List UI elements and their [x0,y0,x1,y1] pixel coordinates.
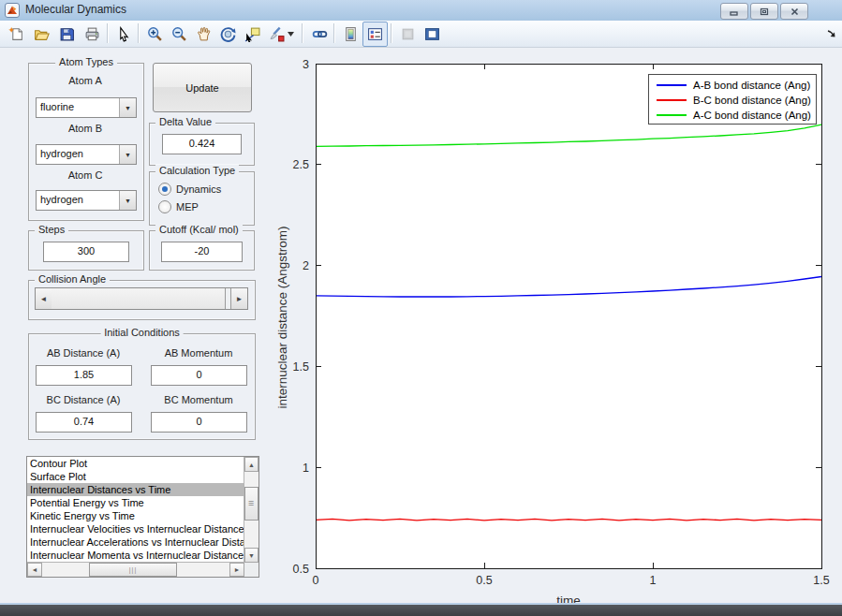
initial-conditions-title: Initial Conditions [100,327,184,338]
x-tick-label: 1.5 [813,574,829,587]
legend-entry: B-C bond distance (Ang) [649,93,816,108]
listbox-vertical-scrollbar[interactable]: ▲ ☰ ▼ [244,457,259,563]
list-item[interactable]: Internuclear Velocities vs Internuclear … [27,522,244,535]
listbox-horizontal-scrollbar[interactable]: ◄ ||| ► [27,562,244,577]
radio-icon[interactable] [158,200,171,213]
list-item[interactable]: Internuclear Distances vs Time [27,483,244,496]
pointer-icon[interactable] [111,22,137,47]
link-plot-icon[interactable] [307,22,332,47]
toolbar-separator [302,23,303,43]
slider-left-arrow-icon[interactable]: ◄ [36,288,52,309]
ab-distance-field[interactable]: 1.85 [36,365,132,386]
list-item[interactable]: Internuclear Momenta vs Internuclear Dis… [27,549,244,562]
ab-momentum-label: AB Momentum [165,347,233,359]
bc-distance-label: BC Distance (A) [47,394,121,405]
radio-icon[interactable] [158,183,171,196]
collision-angle-slider[interactable]: ◄ ► [35,287,248,310]
save-figure-icon[interactable] [54,22,80,47]
y-tick-label: 2.5 [293,158,309,171]
maximize-button[interactable] [750,3,778,20]
atom-c-dropdown[interactable]: hydrogen ▼ [36,190,137,211]
list-item[interactable]: Contour Plot [27,457,244,470]
pan-icon[interactable] [191,22,216,47]
update-button[interactable]: Update [153,63,252,112]
print-figure-icon[interactable] [80,22,105,47]
atom-c-label: Atom C [68,169,103,181]
cutoff-field[interactable]: -20 [161,242,243,262]
toolbar-separator [138,23,139,43]
chevron-down-icon[interactable]: ▼ [119,191,136,210]
slider-thumb[interactable] [52,288,226,309]
zoom-in-icon[interactable] [142,22,168,47]
plot-legend[interactable]: A-B bond distance (Ang) B-C bond distanc… [648,74,817,125]
atom-a-value: fluorine [40,101,74,112]
y-tick-label: 0.5 [293,563,309,576]
new-figure-icon[interactable] [4,22,29,47]
dock-figure-arrow-icon[interactable] [826,28,837,39]
atom-a-dropdown[interactable]: fluorine ▼ [36,97,137,118]
y-tick-label: 1 [303,462,309,475]
data-cursor-icon[interactable] [240,22,265,47]
plot-type-list[interactable]: Contour PlotSurface PlotInternuclear Dis… [27,457,244,563]
collision-angle-title: Collision Angle [35,273,110,285]
delta-value-field[interactable]: 0.424 [162,134,242,154]
axes-frame [316,64,821,568]
x-tick-label: 0 [313,574,319,587]
horizontal-scroll-thumb[interactable]: ||| [89,563,177,577]
legend-entry: A-C bond distance (Ang) [649,108,816,123]
open-file-icon[interactable] [29,22,54,47]
toolbar-separator [391,23,391,43]
y-tick-label: 3 [303,58,309,71]
y-tick-label: 2 [303,259,309,272]
calculation-type-panel: Calculation Type [149,171,255,226]
y-axis-label: internuclear distance (Angstrom) [275,226,289,408]
atom-b-dropdown[interactable]: hydrogen ▼ [36,144,137,165]
insert-colorbar-icon[interactable] [338,22,363,47]
insert-legend-icon[interactable] [362,22,388,47]
atom-types-title: Atom Types [55,56,117,67]
toolbar-separator [333,23,334,43]
mep-radio[interactable]: MEP [158,199,199,214]
ab-momentum-field[interactable]: 0 [151,365,247,386]
steps-field[interactable]: 300 [43,242,129,262]
cutoff-title: Cutoff (Kcal/ mol) [155,224,243,235]
bc-momentum-field[interactable]: 0 [151,412,247,433]
legend-label: A-B bond distance (Ang) [693,80,810,91]
list-item[interactable]: Potential Energy vs Time [27,496,244,509]
zoom-out-icon[interactable] [167,22,192,47]
plot-type-listbox[interactable]: Contour PlotSurface PlotInternuclear Dis… [26,456,259,578]
chevron-down-icon[interactable]: ▼ [119,98,136,117]
close-button[interactable] [780,3,808,20]
dynamics-radio[interactable]: Dynamics [158,182,221,197]
window-bottom-border [0,605,842,616]
brush-dropdown-icon[interactable] [284,22,298,47]
rotate-3d-icon[interactable] [215,22,241,47]
scroll-right-icon[interactable]: ► [229,563,244,577]
title-bar[interactable]: Molecular Dynamics [0,0,842,22]
dynamics-radio-label: Dynamics [176,183,221,195]
scroll-left-icon[interactable]: ◄ [27,563,42,577]
legend-label: A-C bond distance (Ang) [693,110,811,121]
data-line [316,125,821,146]
bc-distance-field[interactable]: 0.74 [36,412,132,433]
bc-momentum-label: BC Momentum [164,394,232,405]
hide-plot-tools-icon[interactable] [395,22,421,47]
minimize-button[interactable] [720,3,748,20]
vertical-scroll-thumb[interactable]: ☰ [244,487,259,521]
legend-entry: A-B bond distance (Ang) [649,78,816,93]
list-item[interactable]: Kinetic Energy vs Time [27,509,244,522]
list-item[interactable]: Surface Plot [27,470,244,483]
matlab-app-icon [5,3,20,18]
steps-title: Steps [35,224,68,235]
calculation-type-title: Calculation Type [155,165,239,176]
delta-value-title: Delta Value [155,116,215,127]
chevron-down-icon[interactable]: ▼ [119,145,136,164]
legend-line-swatch [657,99,687,101]
scroll-down-icon[interactable]: ▼ [244,548,259,563]
slider-right-arrow-icon[interactable]: ► [230,288,247,309]
scroll-up-icon[interactable]: ▲ [244,457,259,472]
show-plot-tools-icon[interactable] [420,22,445,47]
x-tick-label: 1 [650,574,657,587]
data-line [316,519,821,521]
list-item[interactable]: Internuclear Accelerations vs Internucle… [27,535,244,549]
